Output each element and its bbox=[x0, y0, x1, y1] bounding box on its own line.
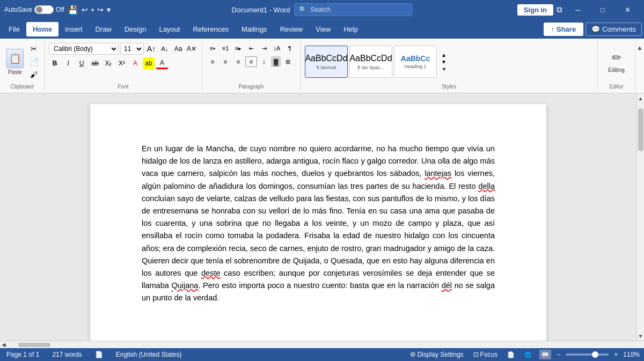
cut-button[interactable]: ✂ bbox=[28, 43, 40, 55]
comments-button[interactable]: 💬 Comments bbox=[586, 23, 642, 36]
undo-dropdown-icon[interactable]: ▾ bbox=[91, 7, 94, 13]
style-heading1-label: Heading 1 bbox=[404, 64, 426, 69]
comment-icon: 💬 bbox=[591, 25, 600, 33]
horizontal-scrollbar[interactable]: ◀ bbox=[0, 341, 644, 348]
paste-button[interactable]: 📋 Paste bbox=[4, 48, 26, 76]
autosave-state: Off bbox=[56, 6, 64, 13]
ribbon-group-editor: ✏ Editing Editor bbox=[598, 41, 635, 91]
scroll-left-button[interactable]: ◀ bbox=[0, 341, 8, 349]
vertical-scrollbar[interactable]: ▲ ▼ bbox=[636, 93, 644, 341]
line-spacing-button[interactable]: ↕ bbox=[258, 56, 270, 67]
change-case-button[interactable]: Aa bbox=[172, 43, 184, 55]
close-button[interactable]: ✕ bbox=[615, 0, 640, 19]
h-scroll-thumb[interactable] bbox=[18, 343, 50, 347]
zoom-level[interactable]: 110% bbox=[623, 351, 640, 358]
zoom-plus-button[interactable]: + bbox=[614, 351, 618, 358]
document-stats-icon[interactable]: 📄 bbox=[93, 351, 105, 358]
increase-indent-button[interactable]: ⇥ bbox=[258, 43, 270, 54]
signin-button[interactable]: Sign in bbox=[517, 4, 553, 16]
align-left-button[interactable]: ≡ bbox=[207, 56, 218, 67]
sort-button[interactable]: ↕A bbox=[271, 43, 283, 54]
shading-button[interactable]: ▓ bbox=[271, 56, 281, 67]
styles-more-button[interactable]: ▾ bbox=[443, 66, 445, 72]
grow-font-button[interactable]: A↑ bbox=[145, 43, 157, 55]
strikethrough-button[interactable]: ab bbox=[89, 57, 101, 69]
font-color-button[interactable]: A bbox=[156, 57, 168, 69]
menu-home[interactable]: Home bbox=[26, 22, 58, 36]
underline-button[interactable]: U bbox=[76, 57, 87, 69]
superscript-button[interactable]: X² bbox=[116, 57, 128, 69]
style-no-spacing[interactable]: AaBbCcDd ¶ No Spac... bbox=[349, 46, 392, 78]
italic-button[interactable]: I bbox=[62, 57, 74, 69]
menu-view[interactable]: View bbox=[309, 22, 337, 36]
decrease-indent-button[interactable]: ⇤ bbox=[245, 43, 257, 54]
menu-file[interactable]: File bbox=[2, 22, 26, 36]
menu-insert[interactable]: Insert bbox=[58, 22, 89, 36]
redo-icon[interactable]: ↪ bbox=[97, 5, 104, 14]
text-color-button[interactable]: A bbox=[129, 57, 141, 69]
save-icon[interactable]: 💾 bbox=[68, 5, 78, 15]
editor-area[interactable]: ✏ Editing bbox=[604, 49, 629, 75]
menu-references[interactable]: References bbox=[186, 22, 235, 36]
minimize-button[interactable]: ─ bbox=[566, 0, 590, 19]
h-scroll-track[interactable] bbox=[8, 341, 636, 348]
menu-review[interactable]: Review bbox=[274, 22, 310, 36]
style-heading1[interactable]: AaBbCc Heading 1 bbox=[394, 46, 437, 78]
menu-mailings[interactable]: Mailings bbox=[235, 22, 274, 36]
multi-window-icon[interactable]: ⧉ bbox=[557, 5, 562, 14]
search-box[interactable]: 🔍 Search bbox=[294, 3, 412, 16]
subscript-button[interactable]: X₂ bbox=[103, 57, 114, 69]
restore-button[interactable]: □ bbox=[590, 0, 615, 19]
document-scrollarea[interactable]: En un lugar de la Mancha, de cuyo nombre… bbox=[0, 93, 636, 341]
focus-button[interactable]: ⊡ Focus bbox=[471, 351, 500, 358]
font-row-2: B I U ab X₂ X² A ab A bbox=[49, 57, 168, 69]
styles-scroll-up[interactable]: ▲ bbox=[441, 52, 447, 58]
scroll-track[interactable] bbox=[637, 103, 644, 331]
clear-format-button[interactable]: A✕ bbox=[186, 43, 197, 55]
scroll-down-button[interactable]: ▼ bbox=[637, 331, 645, 341]
bullets-button[interactable]: ≡• bbox=[207, 43, 218, 54]
menu-layout[interactable]: Layout bbox=[152, 22, 186, 36]
word-count[interactable]: 217 words bbox=[50, 351, 84, 358]
undo-icon[interactable]: ↩ bbox=[82, 5, 88, 14]
styles-scroll-down[interactable]: ▼ bbox=[441, 59, 447, 65]
zoom-thumb[interactable] bbox=[592, 351, 598, 358]
print-layout-view-button[interactable]: 📄 bbox=[505, 350, 517, 359]
document-page[interactable]: En un lugar de la Mancha, de cuyo nombre… bbox=[90, 104, 546, 341]
zoom-minus-button[interactable]: − bbox=[557, 351, 560, 358]
numbering-button[interactable]: ≡1 bbox=[219, 43, 231, 54]
document-text[interactable]: En un lugar de la Mancha, de cuyo nombre… bbox=[142, 143, 495, 304]
justify-button[interactable]: ≡ bbox=[245, 56, 257, 67]
menu-help[interactable]: Help bbox=[337, 22, 364, 36]
copy-button[interactable]: 📄 bbox=[28, 56, 40, 68]
align-center-button[interactable]: ≡ bbox=[219, 56, 231, 67]
read-mode-button[interactable]: 📖 bbox=[539, 350, 551, 359]
menu-draw[interactable]: Draw bbox=[89, 22, 118, 36]
multilevel-button[interactable]: ≡▸ bbox=[232, 43, 244, 54]
highlight-color-button[interactable]: ab bbox=[143, 57, 155, 69]
web-layout-button[interactable]: 🌐 bbox=[522, 350, 534, 359]
language-selector[interactable]: English (United States) bbox=[114, 351, 184, 358]
style-normal[interactable]: AaBbCcDd ¶ Normal bbox=[305, 46, 348, 78]
customize-icon[interactable]: ▾ bbox=[107, 5, 111, 14]
window-controls: ─ □ ✕ bbox=[566, 0, 640, 19]
page-info[interactable]: Page 1 of 1 bbox=[4, 351, 41, 358]
align-right-button[interactable]: ≡ bbox=[232, 56, 244, 67]
menu-bar-right: ↑ Share 💬 Comments bbox=[544, 23, 642, 36]
share-button[interactable]: ↑ Share bbox=[544, 23, 584, 36]
zoom-slider[interactable] bbox=[566, 353, 609, 356]
borders-button[interactable]: ⊞ bbox=[282, 56, 294, 67]
show-formatting-button[interactable]: ¶ bbox=[284, 43, 296, 54]
shrink-font-button[interactable]: A↓ bbox=[159, 43, 171, 55]
ribbon-collapse-button[interactable]: ▲ bbox=[636, 44, 643, 51]
display-settings-button[interactable]: ⚙ Display Settings bbox=[408, 351, 466, 358]
format-painter-button[interactable]: 🖌 bbox=[28, 69, 40, 80]
bold-button[interactable]: B bbox=[49, 57, 61, 69]
font-size-select[interactable]: 11 bbox=[120, 43, 144, 55]
font-family-select[interactable]: Calibri (Body) bbox=[49, 43, 119, 55]
title-center: Document1 - Word 🔍 Search bbox=[165, 3, 479, 16]
menu-design[interactable]: Design bbox=[118, 22, 152, 36]
autosave-toggle[interactable] bbox=[34, 5, 54, 14]
scroll-thumb[interactable] bbox=[638, 108, 643, 151]
scroll-up-button[interactable]: ▲ bbox=[637, 93, 645, 103]
